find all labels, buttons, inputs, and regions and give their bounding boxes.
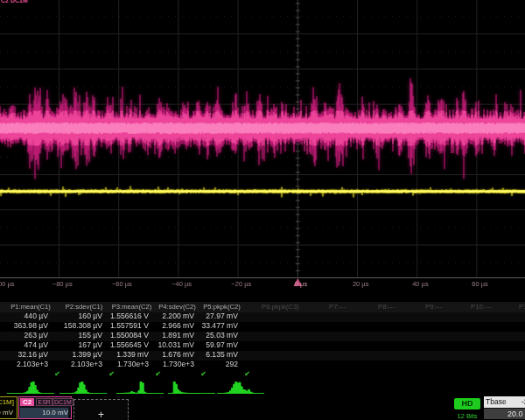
measure-value: 155 µV xyxy=(52,331,102,340)
parameter-histicons xyxy=(0,378,525,396)
measure-value: 1.550084 V xyxy=(102,331,149,340)
time-axis-label: 60 µs xyxy=(472,280,488,288)
measure-value: 1.556616 V xyxy=(102,312,149,321)
measure-value: 263 µV xyxy=(0,331,48,340)
channel-c1-descriptor[interactable]: C1 [DC1M] 10.0 mV xyxy=(0,396,18,419)
measure-value: 474 µV xyxy=(0,340,48,350)
measure-value: 363.98 µV xyxy=(0,321,48,331)
measure-value: 59.97 mV xyxy=(192,340,238,350)
measure-header-disabled[interactable]: P11:--- xyxy=(519,302,525,312)
measure-value: 1.557591 V xyxy=(102,321,149,331)
c1-coupling: [DC1M] xyxy=(0,398,14,406)
measure-value: 2.200 mV xyxy=(147,312,194,321)
histicon xyxy=(116,382,164,395)
measure-header-disabled[interactable]: P10:--- xyxy=(471,302,492,312)
measure-value: 1.891 mV xyxy=(147,331,194,340)
measure-value: 160 µV xyxy=(52,312,102,321)
measure-value: 1.730e+3 xyxy=(147,360,194,369)
measure-value: 440 µV xyxy=(0,312,48,321)
histicon xyxy=(168,382,215,395)
trace-annotation-label: C2 DC1M xyxy=(1,0,28,4)
waveform-plot-area: −100 µs−80 µs−60 µs−40 µs−20 µs0 µs20 µs… xyxy=(0,0,525,290)
measure-value: 6.135 mV xyxy=(192,350,238,360)
measure-value: 292 xyxy=(192,360,238,369)
measure-table: P1:mean(C1)440 µV363.98 µV263 µV474 µV32… xyxy=(0,294,525,378)
add-trace-button[interactable]: + xyxy=(74,399,129,420)
tbase-label: Tbase xyxy=(486,397,507,406)
measure-header-disabled[interactable]: P8:--- xyxy=(378,302,395,312)
measure-value: 2.103e+3 xyxy=(0,360,48,369)
measure-value: 10.031 mV xyxy=(147,340,194,350)
measure-value: 158.308 µV xyxy=(52,321,102,331)
measure-value: 1.676 mV xyxy=(147,350,194,360)
time-axis-label: −60 µs xyxy=(112,280,132,288)
measure-header-disabled[interactable]: P6:pkpk(C3) xyxy=(262,302,299,312)
measure-value: 2.103e+3 xyxy=(52,360,102,369)
c2-vdiv: 10.0 mV xyxy=(20,408,68,418)
time-axis-label: −40 µs xyxy=(172,280,192,288)
measure-value: 33.477 mV xyxy=(192,321,238,331)
time-axis-label: −20 µs xyxy=(231,280,251,288)
time-axis-label: 40 µs xyxy=(412,280,429,288)
tbase-perdiv: 20.0 µs/div 5.00 MS xyxy=(484,409,525,419)
time-axis-label: −80 µs xyxy=(52,280,73,288)
histicon xyxy=(60,382,107,395)
c2-indicator-esr: ESR xyxy=(36,398,52,406)
timebase-descriptor[interactable]: Tbase -20.0 µs 20.0 µs/div 5.00 MS xyxy=(484,396,525,419)
histicon xyxy=(7,382,54,395)
measure-value: 1.399 µV xyxy=(52,350,102,360)
measure-value: 27.97 mV xyxy=(192,312,238,321)
hd-mode-badge[interactable]: HD xyxy=(454,398,480,410)
time-axis-label: 20 µs xyxy=(353,280,369,288)
measure-header-disabled[interactable]: P7:--- xyxy=(329,302,346,312)
time-axis-label: −100 µs xyxy=(0,280,15,288)
measure-value: 2.966 mV xyxy=(147,321,194,331)
measure-value: 32.16 µV xyxy=(0,350,48,360)
channel-c2-descriptor[interactable]: C2 ESRDC1M 10.0 mV xyxy=(18,396,72,419)
measure-value: 167 µV xyxy=(52,340,102,350)
measure-value: 1.730e+3 xyxy=(102,360,149,369)
hd-bits-label: 12 Bits xyxy=(452,412,482,420)
measure-value: 1.339 mV xyxy=(102,350,149,360)
time-axis-label: 0 µs xyxy=(295,280,308,288)
histicon xyxy=(217,382,264,395)
tbase-delay: -20.0 µs xyxy=(522,396,525,408)
c2-indicator-coupling: DC1M xyxy=(52,398,74,406)
measure-value: 1.556645 V xyxy=(102,340,149,350)
descriptor-bar: C1 [DC1M] 10.0 mV C2 ESRDC1M 10.0 mV + H… xyxy=(0,394,525,420)
measure-value: 25.03 mV xyxy=(192,331,238,340)
c2-tag: C2 xyxy=(20,398,34,406)
oscilloscope-screen: −100 µs−80 µs−60 µs−40 µs−20 µs0 µs20 µs… xyxy=(0,0,525,420)
measure-header-disabled[interactable]: P9:--- xyxy=(425,302,442,312)
c1-vdiv: 10.0 mV xyxy=(0,408,13,417)
